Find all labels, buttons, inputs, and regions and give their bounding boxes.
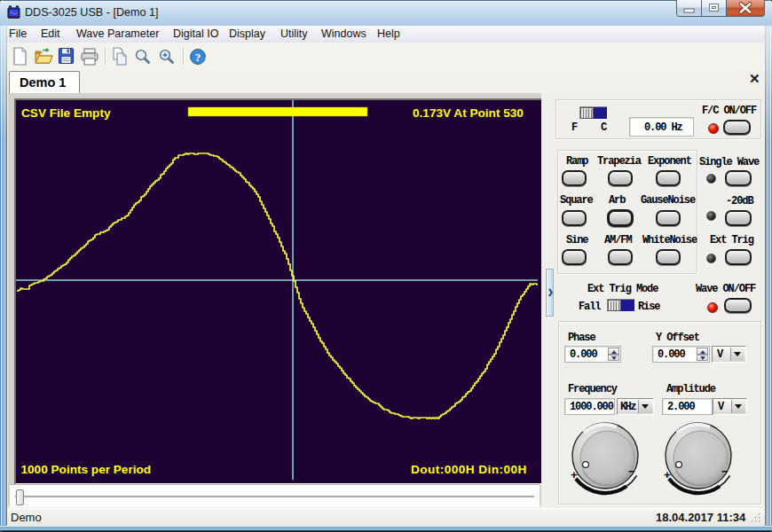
svg-text:?: ? — [195, 51, 201, 64]
svg-text:1000 Points per Period: 1000 Points per Period — [21, 463, 152, 476]
svg-text:−: − — [628, 466, 635, 479]
svg-text:−: − — [721, 466, 729, 479]
svg-text:CSV File Empty: CSV File Empty — [21, 106, 111, 120]
svg-text:Dout:000H Din:00H: Dout:000H Din:00H — [411, 463, 527, 476]
svg-text:0.173V At Point 530: 0.173V At Point 530 — [413, 106, 524, 120]
svg-text:+: + — [664, 469, 671, 482]
svg-text:+: + — [571, 469, 578, 482]
